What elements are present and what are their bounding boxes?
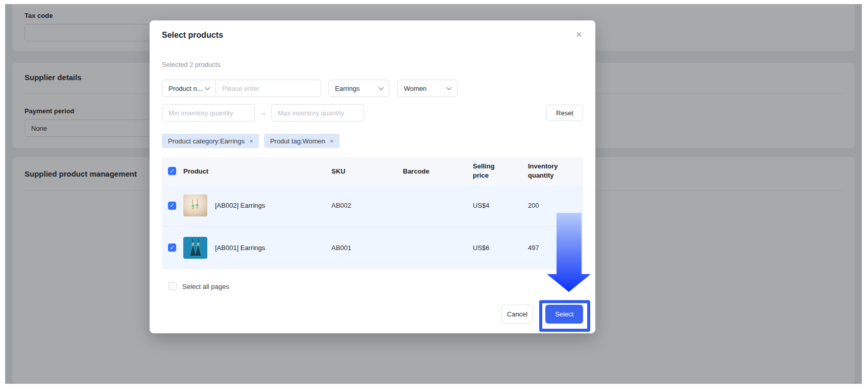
table-row[interactable]: ✓ [AB001] Earrings AB001 US$6 (162, 227, 583, 268)
row-checkbox[interactable]: ✓ (168, 202, 176, 210)
selling-price-cell: US$6 (473, 244, 528, 252)
select-all-pages[interactable]: Select all pages (162, 282, 583, 290)
column-header-selling-price: Selling price (473, 162, 508, 180)
column-header-inventory-quantity: Inventory quantity (528, 162, 563, 180)
select-button[interactable]: Select (545, 305, 583, 324)
modal-header: Select products ✕ (162, 20, 583, 41)
chevron-down-icon (205, 85, 210, 90)
select-all-pages-label: Select all pages (182, 283, 229, 290)
product-name: [AB002] Earrings (215, 202, 265, 209)
product-image (183, 194, 207, 216)
product-image (183, 237, 207, 259)
table-row[interactable]: ✓ [AB002] Earrings (162, 185, 583, 227)
applied-filter-tags: Product category:Earrings × Produt tag:W… (162, 134, 583, 148)
cancel-button[interactable]: Cancel (501, 305, 533, 324)
filter-tag-label: Product category:Earrings (168, 137, 245, 145)
search-field-selector[interactable]: Product n... (162, 80, 216, 97)
check-icon: ✓ (170, 245, 174, 251)
max-inventory-input[interactable] (271, 104, 364, 121)
keyword-input[interactable] (216, 80, 321, 97)
table-header-row: ✓ Product SKU Barcode Selling price Inve… (162, 157, 583, 185)
check-icon: ✓ (170, 203, 174, 208)
column-header-barcode: Barcode (403, 167, 473, 175)
inventory-quantity-cell: 200 (528, 202, 583, 209)
app-stage: Tax code Supplier details Payment period… (0, 0, 868, 392)
modal-footer: Cancel Select (162, 305, 583, 324)
product-cell: [AB002] Earrings (183, 194, 331, 216)
filter-row-1: Product n... Earrings Women (162, 80, 583, 97)
chevron-down-icon (379, 85, 384, 90)
remove-tag-icon[interactable]: × (249, 138, 253, 144)
close-icon[interactable]: ✕ (575, 31, 582, 38)
filter-row-2: → Reset (162, 104, 583, 121)
reset-button[interactable]: Reset (546, 105, 583, 121)
column-header-sku: SKU (331, 167, 403, 175)
remove-tag-icon[interactable]: × (330, 138, 334, 144)
column-header-product: Product (183, 167, 331, 175)
keyword-filter-group: Product n... (162, 80, 321, 97)
sku-cell: AB001 (331, 244, 403, 252)
row-checkbox[interactable]: ✓ (168, 243, 176, 252)
products-table: ✓ Product SKU Barcode Selling price Inve… (162, 157, 583, 269)
search-field-selector-value: Product n... (168, 85, 202, 92)
tag-dropdown[interactable]: Women (397, 80, 457, 97)
inventory-quantity-cell: 497 (528, 244, 583, 252)
range-arrow-icon: → (259, 109, 267, 117)
tag-dropdown-value: Women (404, 85, 427, 92)
filter-tag-label: Produt tag:Women (270, 137, 325, 145)
category-dropdown-value: Earrings (335, 85, 359, 92)
category-dropdown[interactable]: Earrings (328, 80, 390, 97)
select-all-checkbox[interactable]: ✓ (168, 167, 176, 175)
filter-tag-category: Product category:Earrings × (162, 134, 259, 148)
product-cell: [AB001] Earrings (183, 237, 331, 259)
select-all-pages-checkbox[interactable] (168, 282, 177, 290)
chevron-down-icon (447, 85, 452, 90)
selling-price-cell: US$4 (473, 202, 528, 209)
filter-tag-product-tag: Produt tag:Women × (264, 134, 340, 148)
min-inventory-input[interactable] (162, 104, 255, 121)
sku-cell: AB002 (331, 202, 403, 209)
select-products-modal: Select products ✕ Selected 2 products Pr… (150, 20, 595, 333)
check-icon: ✓ (170, 168, 174, 174)
modal-title: Select products (162, 30, 583, 41)
selected-count-text: Selected 2 products (162, 60, 583, 69)
product-name: [AB001] Earrings (215, 244, 265, 252)
